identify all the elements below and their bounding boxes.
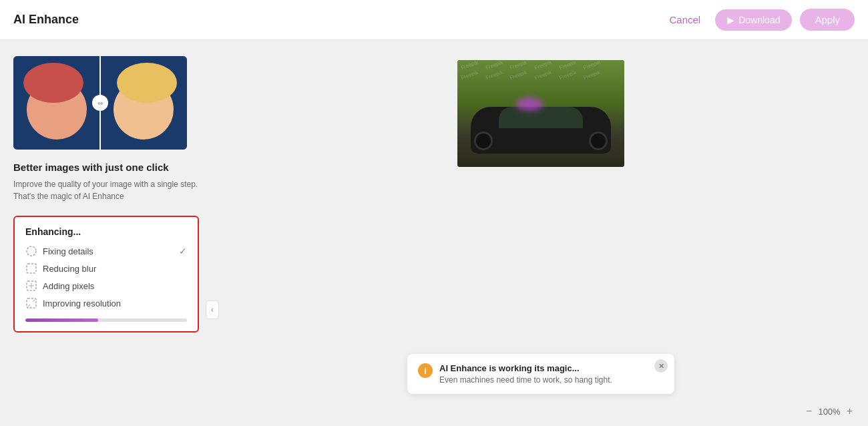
- promo-description: Improve the quality of your image with a…: [13, 178, 200, 202]
- notification-title: AI Enhance is working its magic...: [439, 363, 664, 373]
- zoom-level: 100%: [818, 407, 840, 417]
- zoom-controls: − 100% +: [804, 403, 855, 419]
- svg-point-0: [27, 246, 36, 256]
- step-icon-pixels: [25, 280, 37, 292]
- step-label-fixing: Fixing details: [43, 246, 93, 256]
- car-windshield: [499, 107, 583, 128]
- header-actions: Cancel ▶ Download Apply: [663, 9, 855, 31]
- car-wheel-right: [589, 132, 608, 150]
- download-icon: ▶: [727, 15, 734, 25]
- step-fixing-details: Fixing details ✓: [25, 245, 187, 257]
- notification-area: i AI Enhance is working its magic... Eve…: [407, 354, 674, 394]
- promo-title: Better images with just one click: [13, 162, 200, 173]
- download-button[interactable]: ▶ Download: [715, 9, 792, 31]
- car-body: [471, 107, 611, 154]
- header: AI Enhance Cancel ▶ Download Apply: [0, 0, 868, 40]
- apply-button[interactable]: Apply: [800, 9, 855, 31]
- car-accent: [516, 97, 543, 111]
- notification-box: i AI Enhance is working its magic... Eve…: [407, 354, 674, 394]
- notification-description: Even machines need time to work, so hang…: [439, 375, 664, 385]
- zoom-in-button[interactable]: +: [845, 403, 855, 419]
- preview-before: [13, 56, 100, 150]
- notification-icon: i: [418, 363, 433, 378]
- car-background: [457, 60, 624, 167]
- step-reducing-blur: Reducing blur: [25, 262, 187, 274]
- main-preview-image: Freepik Freepik Freepik Freepik Freepik …: [457, 60, 624, 167]
- progress-fill: [25, 318, 98, 322]
- left-panel: ⇔ Better images with just one click Impr…: [0, 40, 214, 426]
- notification-text: AI Enhance is working its magic... Even …: [439, 363, 664, 385]
- step-label-blur: Reducing blur: [43, 264, 96, 274]
- step-improving-resolution: Improving resolution: [25, 297, 187, 309]
- step-icon-fixing: [25, 245, 37, 257]
- enhancing-title: Enhancing...: [25, 226, 187, 237]
- image-area: Freepik Freepik Freepik Freepik Freepik …: [214, 40, 868, 426]
- cancel-button[interactable]: Cancel: [663, 10, 708, 29]
- zoom-out-button[interactable]: −: [804, 403, 814, 419]
- step-icon-resolution: [25, 297, 37, 309]
- notification-close-button[interactable]: ✕: [654, 359, 668, 373]
- step-label-resolution: Improving resolution: [43, 298, 121, 308]
- svg-rect-1: [27, 264, 36, 273]
- step-label-pixels: Adding pixels: [43, 281, 94, 291]
- step-checkmark-fixing: ✓: [179, 246, 187, 256]
- step-adding-pixels: Adding pixels: [25, 280, 187, 292]
- step-icon-blur: [25, 262, 37, 274]
- main-content: ⇔ Better images with just one click Impr…: [0, 40, 868, 426]
- enhancing-box: Enhancing... Fixing details ✓ Reducing b…: [13, 216, 199, 333]
- car-wheel-left: [474, 132, 493, 150]
- preview-after: [100, 56, 187, 150]
- split-handle[interactable]: ⇔: [92, 95, 108, 111]
- page-title: AI Enhance: [13, 13, 79, 27]
- collapse-panel-button[interactable]: ‹: [206, 300, 219, 319]
- preview-image: ⇔: [13, 56, 187, 150]
- progress-bar: [25, 318, 187, 322]
